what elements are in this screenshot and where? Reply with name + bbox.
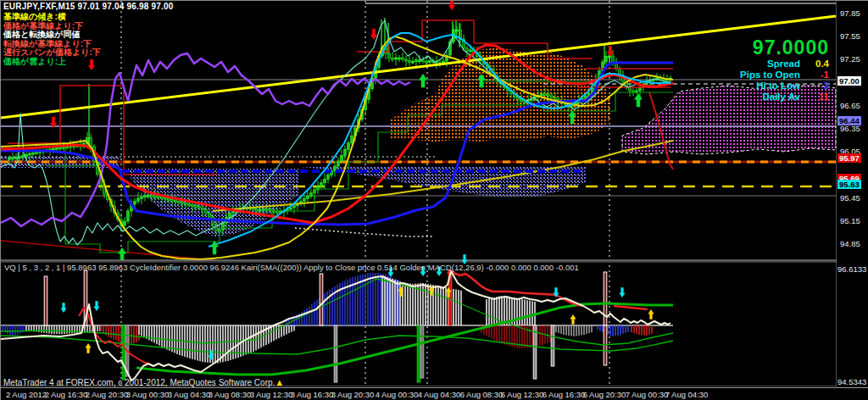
quote-row-label: Hi to Low (756, 81, 800, 92)
price-marker-badge: 96.44 (837, 116, 861, 125)
quote-row: Spread0.4 (740, 58, 829, 69)
candle-body (310, 193, 313, 197)
indicator-spike (551, 325, 554, 366)
time-tick-label[interactable]: 3 Aug 16:30 (291, 390, 334, 399)
quote-row-label: Spread (767, 58, 800, 69)
time-tick-label[interactable]: 3 Aug 00:30 (126, 390, 170, 399)
candle-body (32, 153, 35, 154)
time-tick-label[interactable]: 3 Aug 04:30 (168, 390, 211, 399)
candle-body (612, 56, 615, 62)
arrow-up-icon (570, 314, 576, 325)
indicator-spike (417, 325, 420, 382)
candle-body (548, 94, 550, 96)
candle-body (270, 209, 272, 211)
arrow-up-icon (85, 343, 91, 353)
indicator-spike (533, 325, 537, 379)
time-tick-label[interactable]: 7 Aug 00:30 (626, 390, 669, 399)
ichimoku-status-line-2: 価格と転換線が同値 (3, 30, 101, 39)
candle-body (137, 198, 140, 202)
time-tick-label[interactable]: 2 Aug 16:30 (45, 390, 88, 399)
candle-body (348, 143, 350, 150)
candle-body (144, 196, 147, 197)
candle-body (154, 196, 157, 197)
quote-row: Daily Av11 (740, 92, 829, 103)
candle-body (554, 97, 557, 100)
candle-body (409, 61, 411, 63)
price-tick: 95.45 (840, 193, 860, 203)
candle-body (164, 198, 167, 200)
time-tick-label[interactable]: 6 Aug 08:30 (460, 390, 504, 399)
time-tick-label[interactable]: 2 Aug 20:30 (86, 390, 129, 399)
candle-body (392, 58, 394, 59)
quote-row-value: 3 (800, 81, 829, 92)
ichimoku-status-line-3: 転換線が基準線より:下 (3, 39, 101, 48)
candle-body (307, 196, 309, 198)
candle-body (188, 204, 191, 206)
candle-body (551, 96, 554, 97)
candle-body (337, 161, 340, 166)
time-tick-label[interactable]: 6 Aug 12:30 (501, 390, 544, 399)
candle-body (59, 147, 62, 149)
time-tick-label[interactable]: 2 Aug 2012 (6, 390, 47, 399)
main-chart-svg[interactable] (1, 1, 868, 386)
candle-body (402, 58, 404, 59)
ichimoku-status-line-0: 基準線の傾き:横 (3, 12, 101, 21)
candle-body (229, 214, 231, 218)
indicator-axis-value: 96.6133 (837, 264, 866, 274)
ichimoku-cloud (128, 169, 299, 236)
quote-row-label: Pips to Open (740, 69, 800, 81)
price-tick: 97.55 (840, 31, 860, 41)
arrow-down-icon (93, 301, 99, 311)
time-tick-label[interactable]: 4 Aug 00:30 (376, 390, 419, 399)
time-tick-label[interactable]: 7 Aug 04:30 (665, 390, 709, 399)
candle-body (141, 197, 143, 198)
price-tick: 96.65 (840, 101, 860, 110)
price-axis[interactable]: 97.8597.5597.2596.6596.3596.0595.4595.15… (837, 1, 868, 386)
indicator-spike (320, 274, 323, 325)
time-axis[interactable]: 2 Aug 20122 Aug 16:302 Aug 20:303 Aug 00… (1, 387, 868, 400)
arrow-up-icon (118, 247, 126, 261)
candle-body (134, 202, 136, 205)
candle-body (171, 200, 174, 202)
candle-body (53, 148, 55, 150)
candle-body (303, 199, 306, 202)
arrow-up-icon (634, 93, 643, 107)
candle-body (185, 203, 187, 205)
quote-row-value: -1 (800, 69, 829, 81)
candle-body (127, 211, 130, 221)
time-tick-label[interactable]: 6 Aug 16:30 (542, 390, 586, 399)
candle-body (124, 221, 126, 225)
arrow-down-icon (448, 1, 455, 10)
chikou-dots (295, 228, 433, 236)
candle-body (344, 150, 347, 156)
time-tick-label[interactable]: 3 Aug 12:30 (250, 390, 293, 399)
time-tick-label[interactable]: 3 Aug 20:30 (331, 390, 375, 399)
price-marker-badge: 95.97 (837, 153, 861, 163)
candle-body (56, 147, 58, 149)
candle-body (470, 50, 472, 52)
candle-body (175, 201, 177, 203)
time-tick-label[interactable]: 6 Aug 20:30 (583, 390, 626, 399)
candle-body (320, 183, 323, 186)
candle-body (151, 195, 153, 197)
candle-body (205, 210, 208, 214)
price-tick: 97.85 (840, 8, 860, 18)
time-tick-label[interactable]: 4 Aug 04:30 (418, 390, 461, 399)
candle-body (266, 208, 269, 210)
candle-body (36, 152, 38, 153)
indicator-axis-value: 94.5343 (837, 377, 866, 386)
price-tick: 95.15 (840, 216, 860, 225)
candle-body (198, 207, 201, 208)
time-tick-label[interactable]: 3 Aug 08:30 (209, 390, 252, 399)
arrow-down-icon (370, 29, 377, 40)
candle-body (293, 206, 296, 208)
candle-body (466, 48, 469, 51)
candle-body (178, 202, 181, 203)
copyright-text: MetaTrader 4 at FOREX.com, c 2001-2012, … (3, 377, 284, 388)
candle-body (388, 53, 391, 58)
red-signal (614, 306, 648, 309)
candle-body (276, 211, 279, 213)
candle-body (442, 61, 445, 63)
candle-body (25, 154, 28, 156)
candle-body (259, 209, 262, 211)
